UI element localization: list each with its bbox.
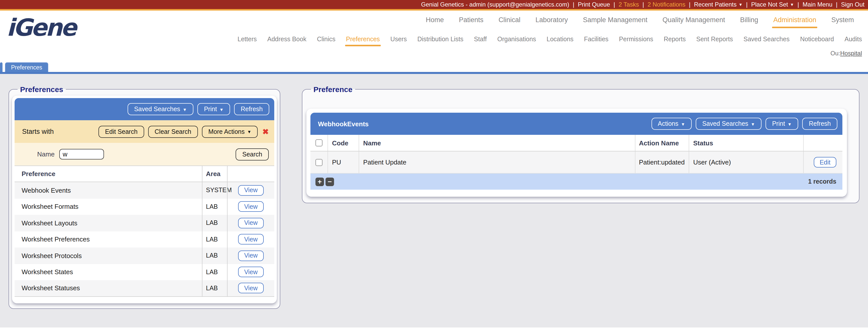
sign-out-link[interactable]: Sign Out xyxy=(841,1,865,8)
chevron-down-icon: ▼ xyxy=(790,2,794,7)
edit-search-button[interactable]: Edit Search xyxy=(98,126,144,138)
refresh-button[interactable]: Refresh xyxy=(802,118,837,130)
column-header-area: Area xyxy=(202,166,227,182)
action-name-cell: Patient:updated xyxy=(635,152,689,173)
nav-clinical[interactable]: Clinical xyxy=(499,16,520,24)
column-header-status: Status xyxy=(689,135,803,151)
print-dropdown-button[interactable]: Print▼ xyxy=(766,118,798,130)
table-header-row: Code Name Action Name Status xyxy=(310,135,842,152)
nav-home[interactable]: Home xyxy=(426,16,444,24)
preference-name: Worksheet Layouts xyxy=(14,215,202,231)
preference-area: LAB xyxy=(202,198,227,215)
notifications-link[interactable]: 2 Notifications xyxy=(648,1,685,8)
preferences-table: Preference Area Webhook Events SYSTEM Vi… xyxy=(14,165,274,297)
saved-searches-dropdown-button[interactable]: Saved Searches▼ xyxy=(696,118,762,130)
select-all-checkbox[interactable] xyxy=(315,139,322,146)
nav-facilities[interactable]: Facilities xyxy=(584,36,608,43)
preferences-toolbar: Saved Searches▼ Print▼ Refresh xyxy=(14,98,274,120)
tab-strip: Preferences xyxy=(0,62,868,74)
refresh-button[interactable]: Refresh xyxy=(234,103,269,115)
more-actions-dropdown-button[interactable]: More Actions▼ xyxy=(202,126,258,138)
preference-area: LAB xyxy=(202,264,227,280)
close-filter-icon[interactable]: ✖ xyxy=(262,127,269,136)
nav-reports[interactable]: Reports xyxy=(664,36,686,43)
nav-sample-management[interactable]: Sample Management xyxy=(583,16,648,24)
nav-administration[interactable]: Administration xyxy=(773,16,816,24)
actions-dropdown-button[interactable]: Actions▼ xyxy=(651,118,692,130)
nav-letters[interactable]: Letters xyxy=(238,36,257,43)
header: iGene Home Patients Clinical Laboratory … xyxy=(0,10,868,62)
nav-organisations[interactable]: Organisations xyxy=(497,36,536,43)
edit-cell: Edit xyxy=(803,152,842,173)
nav-locations[interactable]: Locations xyxy=(547,36,574,43)
select-row-checkbox[interactable] xyxy=(315,159,322,166)
view-cell: View xyxy=(227,280,274,296)
print-label: Print xyxy=(772,120,785,127)
view-button[interactable]: View xyxy=(238,185,264,196)
print-dropdown-button[interactable]: Print▼ xyxy=(197,103,230,115)
card-title: WebhookEvents xyxy=(318,120,369,128)
filter-title: Starts with xyxy=(22,128,54,135)
view-cell: View xyxy=(227,247,274,264)
separator: | xyxy=(689,1,690,8)
nav-billing[interactable]: Billing xyxy=(740,16,758,24)
column-header-actions xyxy=(803,135,842,151)
column-header-preference: Preference xyxy=(14,166,202,182)
main-menu-link[interactable]: Main Menu xyxy=(803,1,833,8)
edit-button[interactable]: Edit xyxy=(813,157,836,167)
nav-preferences[interactable]: Preferences xyxy=(346,36,380,43)
nav-address-book[interactable]: Address Book xyxy=(267,36,306,43)
preferences-panel-legend: Preferences xyxy=(18,85,66,93)
recent-patients-dropdown[interactable]: Recent Patients▼ xyxy=(694,1,742,8)
separator: | xyxy=(836,1,837,8)
nav-patients[interactable]: Patients xyxy=(459,16,484,24)
table-row: Worksheet Preferences LAB View xyxy=(14,231,274,247)
column-header-action-name: Action Name xyxy=(635,135,689,151)
place-label: Place Not Set xyxy=(751,1,788,8)
nav-clinics[interactable]: Clinics xyxy=(317,36,336,43)
filter-bar: Starts with Edit Search Clear Search Mor… xyxy=(14,120,274,143)
preference-area: LAB xyxy=(202,231,227,247)
table-row: Worksheet Statuses LAB View xyxy=(14,280,274,297)
column-header-code: Code xyxy=(328,135,359,151)
nav-audits[interactable]: Audits xyxy=(845,36,862,43)
nav-noticeboard[interactable]: Noticeboard xyxy=(800,36,834,43)
filter-buttons: Edit Search Clear Search More Actions▼ xyxy=(98,126,258,138)
saved-searches-dropdown-button[interactable]: Saved Searches▼ xyxy=(128,103,193,115)
name-input[interactable] xyxy=(59,149,104,160)
nav-laboratory[interactable]: Laboratory xyxy=(535,16,568,24)
preference-name: Webhook Events xyxy=(14,182,202,198)
search-button[interactable]: Search xyxy=(236,148,269,160)
view-button[interactable]: View xyxy=(238,218,264,228)
nav-distribution-lists[interactable]: Distribution Lists xyxy=(417,36,463,43)
tasks-link[interactable]: 2 Tasks xyxy=(619,1,639,8)
expand-all-icon[interactable]: + xyxy=(315,177,324,186)
view-button[interactable]: View xyxy=(238,234,264,245)
clear-search-button[interactable]: Clear Search xyxy=(148,126,198,138)
ou-prefix: Ou: xyxy=(831,50,840,57)
main-content: Preferences Saved Searches▼ Print▼ Refre… xyxy=(0,74,868,328)
separator: | xyxy=(614,1,615,8)
nav-system[interactable]: System xyxy=(831,16,854,24)
table-row: Webhook Events SYSTEM View xyxy=(14,182,274,198)
print-queue-link[interactable]: Print Queue xyxy=(578,1,610,8)
view-button[interactable]: View xyxy=(238,283,264,294)
view-button[interactable]: View xyxy=(238,267,264,277)
search-row: Name Search xyxy=(14,143,274,165)
more-actions-label: More Actions xyxy=(208,128,245,135)
place-dropdown[interactable]: Place Not Set▼ xyxy=(751,1,794,8)
view-button[interactable]: View xyxy=(238,201,264,212)
nav-saved-searches[interactable]: Saved Searches xyxy=(743,36,789,43)
nav-sent-reports[interactable]: Sent Reports xyxy=(696,36,733,43)
ou-hospital-link[interactable]: Hospital xyxy=(840,50,862,57)
table-row: Worksheet Formats LAB View xyxy=(14,198,274,215)
nav-permissions[interactable]: Permissions xyxy=(619,36,653,43)
tab-preferences[interactable]: Preferences xyxy=(5,62,48,72)
nav-staff[interactable]: Staff xyxy=(474,36,487,43)
collapse-all-icon[interactable]: − xyxy=(326,177,334,186)
nav-quality-management[interactable]: Quality Management xyxy=(662,16,725,24)
view-button[interactable]: View xyxy=(238,250,264,261)
nav-users[interactable]: Users xyxy=(390,36,407,43)
igene-logo: iGene xyxy=(6,13,75,41)
code-cell: PU xyxy=(328,152,359,173)
